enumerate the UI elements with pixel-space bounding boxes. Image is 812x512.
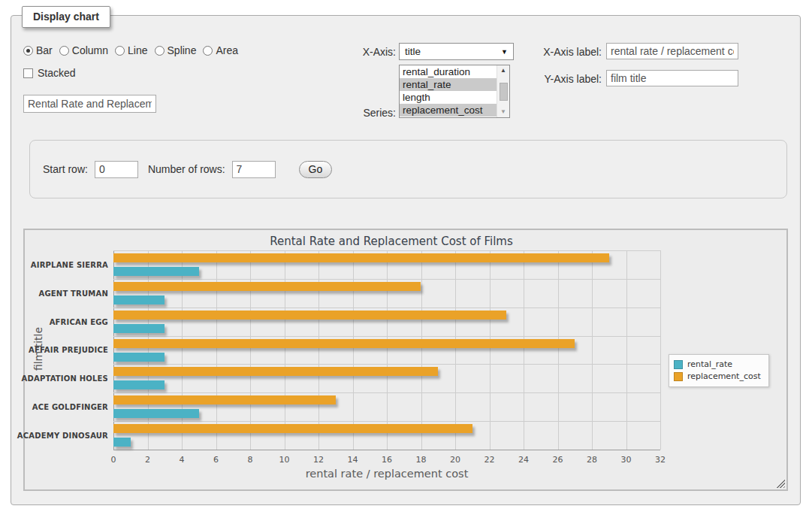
x-tick-label: 20 <box>450 455 460 465</box>
bar-row: AFFAIR PREJUDICE <box>113 336 660 365</box>
chart-title: Rental Rate and Replacement Cost of Film… <box>25 235 758 248</box>
gridline-vertical <box>660 250 661 450</box>
chart-type-radio-spline[interactable]: Spline <box>155 44 197 56</box>
bar-rental_rate <box>113 267 199 276</box>
chevron-down-icon: ▼ <box>501 48 508 56</box>
bar-row: ACADEMY DINOSAUR <box>113 421 660 450</box>
x-tick-label: 4 <box>180 455 185 465</box>
bar-replacement_cost <box>113 424 472 433</box>
x-axis-label-field-label: X-Axis label: <box>530 46 602 58</box>
category-label: ACE GOLDFINGER <box>0 403 108 411</box>
x-tick-label: 2 <box>145 455 150 465</box>
series-option-rental_rate[interactable]: rental_rate <box>400 78 497 91</box>
x-axis-field-label: X-Axis: <box>327 46 396 58</box>
radio-label: Line <box>128 44 147 56</box>
x-tick-label: 26 <box>553 455 563 465</box>
chart-type-radio-column[interactable]: Column <box>59 44 108 56</box>
bar-rental_rate <box>113 438 131 447</box>
y-axis-label-input[interactable] <box>606 70 738 86</box>
x-tick-label: 24 <box>518 455 529 465</box>
bar-row: AFRICAN EGG <box>113 308 660 336</box>
panel-legend: Display chart <box>22 6 110 28</box>
stacked-label: Stacked <box>38 67 76 79</box>
bar-rental_rate <box>113 409 199 418</box>
chart-x-axis-label: rental rate / replacement cost <box>113 468 660 480</box>
legend-swatch-icon <box>674 360 683 369</box>
scroll-down-icon[interactable]: ▼ <box>500 108 506 116</box>
chart-container: Rental Rate and Replacement Cost of Film… <box>23 229 788 491</box>
chart-type-radio-group: BarColumnLineSplineArea <box>23 44 238 56</box>
gridline-horizontal <box>113 450 660 450</box>
legend-item-replacement_cost: replacement_cost <box>674 371 761 383</box>
bar-replacement_cost <box>113 282 421 291</box>
series-options: rental_durationrental_ratelengthreplacem… <box>400 65 497 117</box>
series-option-replacement_cost[interactable]: replacement_cost <box>400 104 497 117</box>
radio-label: Bar <box>36 44 53 56</box>
go-button[interactable]: Go <box>299 161 333 178</box>
row-range-box: Start row: Number of rows: Go <box>29 140 787 198</box>
chart-type-radio-bar[interactable]: Bar <box>23 44 53 56</box>
legend-label: replacement_cost <box>687 371 761 383</box>
chart-title-input[interactable] <box>23 95 156 113</box>
category-label: ACADEMY DINOSAUR <box>0 432 108 440</box>
page: { "panel": { "legend": "Display chart" }… <box>0 0 812 512</box>
radio-label: Spline <box>168 44 197 56</box>
bar-rental_rate <box>113 353 165 362</box>
x-tick-label: 10 <box>279 455 290 465</box>
category-label: AFFAIR PREJUDICE <box>0 346 108 354</box>
radio-label: Column <box>72 44 108 56</box>
x-tick-label: 22 <box>484 455 495 465</box>
bar-rental_rate <box>113 295 165 304</box>
series-scrollbar[interactable]: ▲ ▼ <box>497 65 509 117</box>
radio-icon[interactable] <box>203 46 213 56</box>
legend-item-rental_rate: rental_rate <box>674 359 761 371</box>
start-row-label: Start row: <box>43 163 88 175</box>
num-rows-label: Number of rows: <box>148 163 225 175</box>
y-axis-label-field-label: Y-Axis label: <box>530 73 602 85</box>
x-tick-label: 16 <box>382 455 392 465</box>
bar-rental_rate <box>113 380 165 389</box>
x-tick-label: 18 <box>416 455 427 465</box>
category-label: AIRPLANE SIERRA <box>0 260 108 268</box>
scrollbar-thumb[interactable] <box>500 83 508 101</box>
series-field-label: Series: <box>327 107 396 119</box>
radio-icon[interactable] <box>23 46 33 56</box>
resize-handle-icon[interactable] <box>776 479 785 488</box>
series-option-length[interactable]: length <box>400 91 497 104</box>
stacked-checkbox-row[interactable]: Stacked <box>23 67 76 79</box>
legend-label: rental_rate <box>687 359 732 371</box>
x-tick-label: 6 <box>213 455 219 465</box>
chart-plot-area: 02468101214161820222426283032AIRPLANE SI… <box>113 250 660 450</box>
chart-type-radio-area[interactable]: Area <box>203 44 238 56</box>
num-rows-input[interactable] <box>232 161 276 178</box>
display-chart-panel: Display chart BarColumnLineSplineArea St… <box>11 15 801 505</box>
series-multiselect[interactable]: rental_durationrental_ratelengthreplacem… <box>399 65 510 118</box>
radio-icon[interactable] <box>115 46 125 56</box>
x-tick-label: 12 <box>313 455 324 465</box>
radio-label: Area <box>216 44 238 56</box>
x-tick-label: 0 <box>111 455 116 465</box>
bar-replacement_cost <box>113 253 609 262</box>
bar-row: AGENT TRUMAN <box>113 279 660 308</box>
bar-row: ADAPTATION HOLES <box>113 364 660 392</box>
bar-replacement_cost <box>113 311 506 320</box>
x-tick-label: 32 <box>655 455 666 465</box>
x-axis-selected-value: title <box>405 46 421 57</box>
x-tick-label: 8 <box>248 455 253 465</box>
start-row-input[interactable] <box>95 161 138 178</box>
bar-replacement_cost <box>113 395 336 404</box>
scroll-up-icon[interactable]: ▲ <box>500 67 506 74</box>
x-tick-label: 28 <box>587 455 597 465</box>
bar-replacement_cost <box>113 367 438 376</box>
category-label: AFRICAN EGG <box>0 317 108 326</box>
radio-icon[interactable] <box>59 46 69 56</box>
category-label: ADAPTATION HOLES <box>0 374 108 383</box>
chart-type-radio-line[interactable]: Line <box>115 44 147 56</box>
bar-row: ACE GOLDFINGER <box>113 392 660 421</box>
stacked-checkbox[interactable] <box>23 68 33 78</box>
radio-icon[interactable] <box>155 46 165 56</box>
series-option-rental_duration[interactable]: rental_duration <box>400 65 497 78</box>
x-tick-label: 30 <box>621 455 632 465</box>
x-axis-select[interactable]: title ▼ <box>399 43 514 60</box>
x-axis-label-input[interactable] <box>606 43 738 59</box>
